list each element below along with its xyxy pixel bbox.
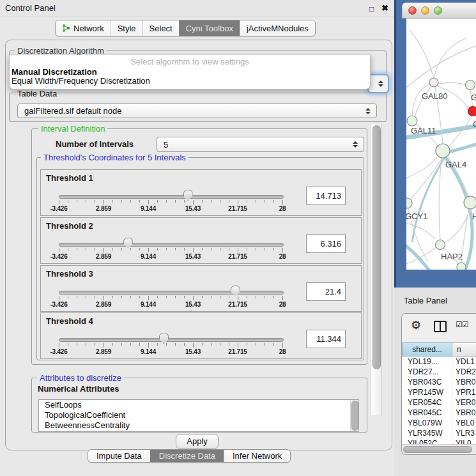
slider-tick	[229, 248, 229, 250]
attribute-list-item[interactable]: TopologicalCoefficient	[39, 410, 358, 420]
slider-track[interactable]	[59, 291, 284, 295]
table-horizontal-scrollbar[interactable]	[402, 444, 476, 453]
slider-tick	[121, 248, 122, 250]
gear-icon[interactable]: ⚙	[411, 318, 421, 332]
slider-tick	[265, 343, 265, 346]
table-row[interactable]: YER054CYER0	[402, 397, 476, 408]
tab-network[interactable]: Network	[56, 20, 111, 36]
network-node-gal80[interactable]	[429, 78, 438, 87]
scrollbar-thumb[interactable]	[372, 125, 381, 369]
slider-thumb[interactable]	[183, 190, 193, 201]
network-edge[interactable]	[439, 158, 441, 240]
tab-impute-data[interactable]: Impute Data	[88, 450, 150, 462]
tab-style[interactable]: Style	[111, 20, 142, 36]
slider-track[interactable]	[59, 243, 284, 247]
slider-thumb[interactable]	[123, 238, 133, 249]
network-edge[interactable]	[410, 30, 434, 78]
algorithm-combobox-focused[interactable]	[367, 74, 389, 93]
attribute-list-item[interactable]: SelfLoops	[39, 400, 358, 410]
right-region: GAL80GACGAL11GAL4GCY1HHAP2 Table Panel ⚙…	[394, 0, 476, 476]
tab-infer-network[interactable]: Infer Network	[224, 450, 290, 462]
table-row[interactable]: YBR045CYBR0	[402, 408, 476, 418]
threshold-value-field[interactable]: 11.344	[306, 330, 346, 348]
network-view-canvas[interactable]: GAL80GACGAL11GAL4GCY1HHAP2	[406, 19, 476, 270]
table-panel-titlebar: Table Panel	[394, 288, 476, 313]
network-graph: GAL80GACGAL11GAL4GCY1HHAP2	[406, 19, 476, 270]
network-node-gcy1[interactable]	[406, 198, 412, 208]
checkboxes-icon[interactable]: ☑☑	[456, 320, 468, 329]
number-of-intervals-combobox[interactable]: 5	[157, 137, 364, 152]
name-cell: YLR3	[452, 428, 476, 438]
network-edge[interactable]	[406, 157, 437, 180]
slider-tick	[95, 343, 95, 346]
attribute-list-item[interactable]: BetweennessCentrality	[39, 420, 358, 431]
slider-thumb[interactable]	[231, 286, 240, 296]
zoom-traffic-light-icon[interactable]	[434, 6, 442, 15]
slider-tick	[193, 248, 194, 252]
slider-tick	[238, 200, 238, 204]
node-label-hap2: HAP2	[441, 252, 463, 261]
column-header-shared-name[interactable]: shared...	[402, 342, 452, 357]
numerical-attributes-list[interactable]: SelfLoopsTopologicalCoefficientBetweenne…	[38, 399, 359, 432]
table-row[interactable]: YBR043CYBR0	[402, 377, 476, 387]
network-edge[interactable]	[449, 144, 476, 152]
table-row[interactable]: YDL19...YDL1	[402, 357, 476, 367]
slider-tick	[139, 296, 140, 298]
table-row[interactable]: YLR345WYLR3	[402, 428, 476, 438]
name-cell: YBL0	[452, 418, 476, 428]
network-node-hap2[interactable]	[436, 240, 445, 250]
minimize-traffic-light-icon[interactable]	[421, 6, 429, 15]
settings-vertical-scrollbar[interactable]	[370, 124, 382, 415]
slider-tick	[95, 248, 95, 250]
table-row[interactable]: YDR27...YDR2	[402, 367, 476, 377]
slider-tick	[211, 296, 211, 298]
network-node-c[interactable]	[468, 107, 476, 116]
tab-jactivemnodules[interactable]: jActiveMNodules	[240, 20, 315, 36]
tab-select[interactable]: Select	[142, 20, 179, 36]
tab-discretize-data[interactable]: Discretize Data	[150, 450, 224, 462]
network-edge[interactable]	[438, 83, 466, 85]
network-window-titlebar[interactable]	[402, 3, 476, 19]
slider-tick	[112, 296, 113, 298]
slider-track[interactable]	[59, 338, 284, 342]
slider-tick-label: -3.426	[50, 301, 67, 308]
threshold-value-field[interactable]: 6.316	[306, 234, 346, 253]
slider-thumb[interactable]	[159, 333, 169, 344]
algorithm-option-equal-width[interactable]: Equal Width/Frequency Discretization	[12, 76, 368, 86]
slider-tick	[112, 343, 113, 346]
network-node-gal11[interactable]	[407, 116, 417, 126]
table-row[interactable]: YBL079WYBL0	[402, 418, 476, 428]
close-traffic-light-icon[interactable]	[408, 6, 417, 15]
scrollbar-thumb[interactable]	[351, 401, 358, 431]
tab-label: Cyni Toolbox	[186, 24, 233, 33]
slider-tick	[193, 296, 194, 300]
network-node-gal4[interactable]	[436, 144, 450, 158]
threshold-label: Threshold 1	[46, 173, 93, 183]
attributes-list-scrollbar[interactable]	[350, 400, 358, 431]
slider-track[interactable]	[59, 195, 284, 199]
table-row[interactable]: YPR145WYPR1	[402, 387, 476, 397]
node-label-c: C	[473, 119, 476, 129]
column-header-name[interactable]: n	[452, 342, 476, 357]
table-data-combobox[interactable]: galFiltered.sif default node	[17, 104, 377, 118]
slider-tick-label: -3.426	[50, 348, 67, 355]
network-node-ga[interactable]	[466, 81, 475, 90]
network-node-h[interactable]	[464, 196, 476, 209]
node-label-ga: GA	[471, 93, 476, 102]
slider-tick-label: 28	[279, 205, 286, 212]
threshold-value-field[interactable]: 14.713	[306, 187, 346, 205]
network-edge[interactable]	[434, 38, 467, 78]
network-edge[interactable]	[406, 223, 435, 239]
split-columns-icon[interactable]	[434, 321, 447, 332]
tab-cyni-toolbox[interactable]: Cyni Toolbox	[179, 20, 240, 36]
float-window-icon[interactable]: □	[369, 4, 374, 14]
apply-button[interactable]: Apply	[176, 434, 219, 449]
slider-tick-label: 21.715	[228, 348, 247, 355]
network-edge[interactable]	[406, 243, 438, 270]
scrollbar-thumb[interactable]	[403, 446, 472, 453]
network-node[interactable]	[457, 263, 466, 270]
threshold-panel-1: Threshold 1-3.4262.8599.14415.4321.71528…	[40, 169, 362, 216]
close-icon[interactable]: ✖	[381, 3, 388, 13]
algorithm-option-manual[interactable]: Manual Discretization	[12, 67, 368, 77]
threshold-value-field[interactable]: 21.4	[306, 282, 346, 301]
